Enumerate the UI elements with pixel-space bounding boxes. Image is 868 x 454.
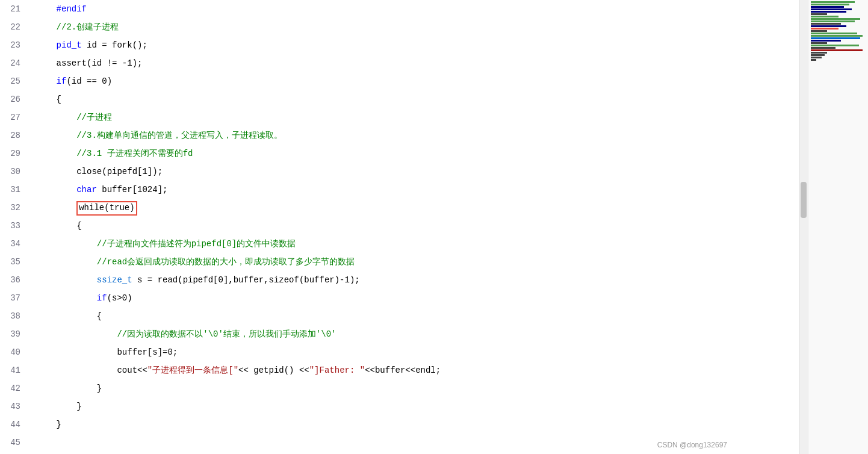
line-content: if(s>0) bbox=[30, 289, 799, 307]
line-number: 43 bbox=[0, 397, 30, 415]
line-content: pid_t id = fork(); bbox=[30, 36, 799, 54]
minimap bbox=[808, 0, 868, 454]
line-content: close(pipefd[1]); bbox=[30, 163, 799, 181]
line-content: #endif bbox=[30, 0, 799, 18]
line-content: cout<<"子进程得到一条信息["<< getpid() <<"]Father… bbox=[30, 361, 799, 379]
table-row: 36 ssize_t s = read(pipefd[0],buffer,siz… bbox=[0, 271, 799, 289]
line-number: 35 bbox=[0, 253, 30, 271]
line-content: { bbox=[30, 307, 799, 325]
table-row: 28 //3.构建单向通信的管道，父进程写入，子进程读取。 bbox=[0, 126, 799, 145]
table-row: 26 { bbox=[0, 90, 799, 108]
scrollbar[interactable] bbox=[799, 0, 808, 454]
line-number: 41 bbox=[0, 361, 30, 379]
code-editor: 21 #endif22 //2.创建子进程23 pid_t id = fork(… bbox=[0, 0, 799, 454]
line-number: 25 bbox=[0, 72, 30, 90]
scrollbar-handle[interactable] bbox=[801, 182, 807, 218]
line-content: { bbox=[30, 90, 799, 108]
line-content: } bbox=[30, 379, 799, 397]
table-row: 27 //子进程 bbox=[0, 108, 799, 126]
line-number: 34 bbox=[0, 235, 30, 253]
line-number: 23 bbox=[0, 36, 30, 54]
line-number: 39 bbox=[0, 325, 30, 343]
line-number: 21 bbox=[0, 0, 30, 18]
table-row: 25 if(id == 0) bbox=[0, 72, 799, 90]
line-number: 33 bbox=[0, 217, 30, 235]
code-table: 21 #endif22 //2.创建子进程23 pid_t id = fork(… bbox=[0, 0, 799, 452]
line-number: 40 bbox=[0, 343, 30, 361]
line-content: //read会返回成功读取的数据的大小，即成功读取了多少字节的数据 bbox=[30, 253, 799, 271]
line-number: 42 bbox=[0, 379, 30, 397]
table-row: 42 } bbox=[0, 379, 799, 397]
table-row: 35 //read会返回成功读取的数据的大小，即成功读取了多少字节的数据 bbox=[0, 253, 799, 271]
line-content: //子进程向文件描述符为pipefd[0]的文件中读数据 bbox=[30, 235, 799, 253]
line-number: 37 bbox=[0, 289, 30, 307]
table-row: 30 close(pipefd[1]); bbox=[0, 163, 799, 181]
line-content: ssize_t s = read(pipefd[0],buffer,sizeof… bbox=[30, 271, 799, 289]
line-content: } bbox=[30, 415, 799, 434]
watermark: CSDN @dong132697 bbox=[657, 441, 727, 449]
table-row: 21 #endif bbox=[0, 0, 799, 18]
line-content: //子进程 bbox=[30, 108, 799, 126]
table-row: 40 buffer[s]=0; bbox=[0, 343, 799, 361]
line-content: while(true) bbox=[30, 199, 799, 217]
line-number: 30 bbox=[0, 163, 30, 181]
line-number: 45 bbox=[0, 434, 30, 452]
table-row: 22 //2.创建子进程 bbox=[0, 18, 799, 36]
line-content: char buffer[1024]; bbox=[30, 181, 799, 199]
table-row: 32 while(true) bbox=[0, 199, 799, 217]
line-content: buffer[s]=0; bbox=[30, 343, 799, 361]
table-row: 37 if(s>0) bbox=[0, 289, 799, 307]
line-content: //2.创建子进程 bbox=[30, 18, 799, 36]
line-content: if(id == 0) bbox=[30, 72, 799, 90]
line-number: 36 bbox=[0, 271, 30, 289]
table-row: 38 { bbox=[0, 307, 799, 325]
line-number: 38 bbox=[0, 307, 30, 325]
table-row: 31 char buffer[1024]; bbox=[0, 181, 799, 199]
line-number: 28 bbox=[0, 126, 30, 145]
table-row: 41 cout<<"子进程得到一条信息["<< getpid() <<"]Fat… bbox=[0, 361, 799, 379]
line-content: //因为读取的数据不以'\0'结束，所以我们手动添加'\0' bbox=[30, 325, 799, 343]
line-content: assert(id != -1); bbox=[30, 54, 799, 72]
line-number: 32 bbox=[0, 199, 30, 217]
line-number: 31 bbox=[0, 181, 30, 199]
table-row: 24 assert(id != -1); bbox=[0, 54, 799, 72]
line-number: 26 bbox=[0, 90, 30, 108]
table-row: 23 pid_t id = fork(); bbox=[0, 36, 799, 54]
line-number: 24 bbox=[0, 54, 30, 72]
table-row: 44 } bbox=[0, 415, 799, 434]
table-row: 43 } bbox=[0, 397, 799, 415]
line-number: 22 bbox=[0, 18, 30, 36]
line-content: //3.1 子进程关闭不需要的fd bbox=[30, 145, 799, 163]
table-row: 33 { bbox=[0, 217, 799, 235]
table-row: 29 //3.1 子进程关闭不需要的fd bbox=[0, 145, 799, 163]
minimap-content bbox=[808, 0, 868, 63]
table-row: 39 //因为读取的数据不以'\0'结束，所以我们手动添加'\0' bbox=[0, 325, 799, 343]
line-number: 27 bbox=[0, 108, 30, 126]
line-number: 44 bbox=[0, 415, 30, 434]
line-content: //3.构建单向通信的管道，父进程写入，子进程读取。 bbox=[30, 126, 799, 145]
line-number: 29 bbox=[0, 145, 30, 163]
line-content: { bbox=[30, 217, 799, 235]
table-row: 34 //子进程向文件描述符为pipefd[0]的文件中读数据 bbox=[0, 235, 799, 253]
highlighted-code: while(true) bbox=[76, 201, 137, 216]
line-content: } bbox=[30, 397, 799, 415]
